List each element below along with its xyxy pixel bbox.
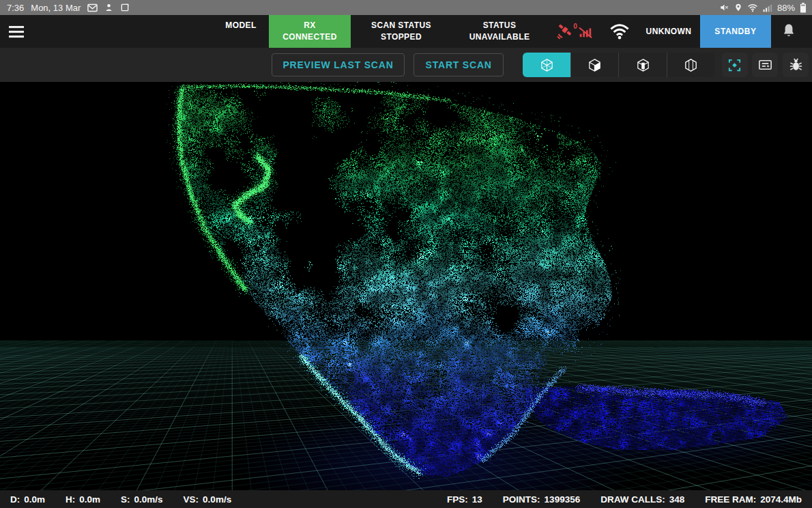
- stat-fps: FPS:13: [447, 494, 482, 505]
- model-label: MODEL: [213, 15, 269, 48]
- stat-distance: D:0.0m: [10, 494, 45, 505]
- sound-muted-icon: [719, 3, 729, 12]
- scan-toolbar: PREVIEW LAST SCAN START SCAN: [0, 48, 812, 82]
- telemetry-left: D:0.0m H:0.0m S:0.0m/s VS:0.0m/s: [0, 494, 242, 505]
- gmail-icon: [87, 3, 98, 12]
- android-status-bar: 7:36 Mon, 13 Mar: [0, 0, 812, 15]
- menu-icon[interactable]: [0, 15, 33, 48]
- wifi-link-icon: [602, 15, 637, 48]
- telemetry-bar: D:0.0m H:0.0m S:0.0m/s VS:0.0m/s FPS:13 …: [0, 490, 812, 508]
- view-mode-segmented-control: [523, 53, 715, 77]
- battery-icon: [800, 3, 807, 13]
- debug-bug-button[interactable]: [783, 53, 809, 77]
- stat-points: POINTS:1399356: [503, 494, 580, 505]
- date: Mon, 13 Mar: [31, 3, 81, 13]
- screen-rotation-icon: [120, 3, 130, 12]
- gps-status: 0: [547, 15, 602, 48]
- stat-speed: S:0.0m/s: [121, 494, 163, 505]
- cellular-signal-icon: [763, 3, 772, 12]
- wifi-icon: [747, 3, 758, 12]
- scan-status-label: SCAN STATUS STOPPED: [351, 15, 452, 48]
- rx-status-badge[interactable]: RX CONNECTED: [269, 15, 351, 48]
- stat-free-ram: FREE RAM:2074.4Mb: [705, 494, 802, 505]
- telemetry-right: FPS:13 POINTS:1399356 DRAW CALLS:348 FRE…: [437, 494, 812, 505]
- battery-percent: 88%: [777, 3, 795, 13]
- gps-satellite-count: 0: [573, 23, 577, 30]
- view-cube-solid-icon[interactable]: [571, 53, 620, 77]
- view-cube-wireframe-icon[interactable]: [523, 53, 571, 77]
- app-header: MODEL RX CONNECTED SCAN STATUS STOPPED S…: [0, 15, 812, 48]
- location-icon: [734, 3, 742, 12]
- notifications-bell-icon[interactable]: [771, 15, 807, 48]
- clock: 7:36: [7, 3, 24, 13]
- stat-height: H:0.0m: [66, 494, 100, 505]
- console-log-button[interactable]: [752, 53, 778, 77]
- app-root: 7:36 Mon, 13 Mar: [0, 0, 812, 508]
- status-label: STATUS UNAVAILABLE: [452, 15, 547, 48]
- pointcloud-viewport[interactable]: [0, 82, 812, 490]
- stat-draw-calls: DRAW CALLS:348: [600, 494, 684, 505]
- stat-vertical-speed: VS:0.0m/s: [184, 494, 232, 505]
- person-icon: [104, 3, 113, 12]
- standby-button[interactable]: STANDBY: [700, 15, 771, 48]
- pointcloud-canvas[interactable]: [0, 82, 812, 490]
- no-signal-icon: [578, 24, 593, 39]
- view-cube-frame-icon[interactable]: [667, 53, 715, 77]
- preview-last-scan-button[interactable]: PREVIEW LAST SCAN: [272, 53, 405, 76]
- satellite-icon: [556, 23, 574, 40]
- start-scan-button[interactable]: START SCAN: [414, 53, 504, 76]
- view-cube-section-icon[interactable]: [619, 53, 667, 77]
- recenter-view-button[interactable]: [722, 53, 748, 77]
- link-state-label: UNKNOWN: [637, 15, 700, 48]
